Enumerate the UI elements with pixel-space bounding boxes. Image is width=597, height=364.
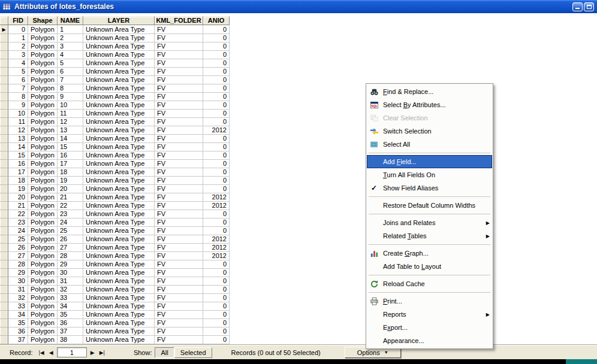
cell-kml-folder[interactable]: FV: [155, 202, 203, 210]
record-number-input[interactable]: [57, 347, 87, 357]
cell-kml-folder[interactable]: FV: [155, 327, 203, 336]
cell-fid[interactable]: 25: [8, 235, 28, 244]
cell-fid[interactable]: 36: [8, 327, 28, 336]
cell-shape[interactable]: Polygon: [28, 294, 58, 302]
cell-anio[interactable]: 0: [203, 25, 230, 34]
cell-anio[interactable]: 0: [203, 177, 230, 185]
cell-name[interactable]: 37: [58, 327, 83, 336]
cell-layer[interactable]: Unknown Area Type: [83, 277, 155, 286]
cell-name[interactable]: 4: [58, 51, 83, 59]
cell-kml-folder[interactable]: FV: [155, 143, 203, 151]
menu-item-print[interactable]: Print...: [367, 295, 492, 308]
menu-item-related-tables[interactable]: Related Tables▶: [367, 229, 492, 242]
cell-layer[interactable]: Unknown Area Type: [83, 294, 155, 302]
cell-kml-folder[interactable]: FV: [155, 43, 203, 51]
cell-kml-folder[interactable]: FV: [155, 151, 203, 160]
cell-layer[interactable]: Unknown Area Type: [83, 177, 155, 185]
next-record-button[interactable]: ▶: [88, 347, 97, 358]
cell-layer[interactable]: Unknown Area Type: [83, 227, 155, 235]
cell-name[interactable]: 32: [58, 286, 83, 294]
cell-name[interactable]: 6: [58, 68, 83, 76]
cell-fid[interactable]: 27: [8, 252, 28, 260]
row-selector[interactable]: [0, 219, 8, 227]
cell-name[interactable]: 21: [58, 193, 83, 202]
cell-shape[interactable]: Polygon: [28, 76, 58, 84]
last-record-button[interactable]: ▶|: [97, 347, 107, 358]
row-selector[interactable]: [0, 311, 8, 319]
cell-kml-folder[interactable]: FV: [155, 118, 203, 126]
cell-anio[interactable]: 0: [203, 93, 230, 101]
cell-shape[interactable]: Polygon: [28, 143, 58, 151]
cell-shape[interactable]: Polygon: [28, 168, 58, 177]
menu-item-select-all[interactable]: Select All: [367, 138, 492, 151]
row-selector[interactable]: [0, 294, 8, 302]
cell-kml-folder[interactable]: FV: [155, 135, 203, 143]
row-selector[interactable]: [0, 244, 8, 252]
cell-kml-folder[interactable]: FV: [155, 168, 203, 177]
cell-name[interactable]: 10: [58, 101, 83, 110]
cell-name[interactable]: 27: [58, 244, 83, 252]
row-selector[interactable]: [0, 43, 8, 51]
row-selector[interactable]: [0, 185, 8, 193]
cell-anio[interactable]: 0: [203, 110, 230, 118]
row-selector[interactable]: [0, 302, 8, 311]
row-selector[interactable]: [0, 118, 8, 126]
menu-item-joins-and-relates[interactable]: Joins and Relates▶: [367, 216, 492, 229]
cell-name[interactable]: 20: [58, 185, 83, 193]
column-header-shape[interactable]: Shape: [28, 16, 58, 25]
cell-shape[interactable]: Polygon: [28, 252, 58, 260]
cell-anio[interactable]: 0: [203, 260, 230, 269]
cell-layer[interactable]: Unknown Area Type: [83, 286, 155, 294]
cell-layer[interactable]: Unknown Area Type: [83, 252, 155, 260]
cell-kml-folder[interactable]: FV: [155, 277, 203, 286]
cell-fid[interactable]: 14: [8, 143, 28, 151]
cell-name[interactable]: 2: [58, 34, 83, 43]
cell-anio[interactable]: 2012: [203, 126, 230, 135]
row-selector[interactable]: [0, 160, 8, 168]
cell-kml-folder[interactable]: FV: [155, 185, 203, 193]
cell-layer[interactable]: Unknown Area Type: [83, 93, 155, 101]
row-selector[interactable]: [0, 202, 8, 210]
cell-name[interactable]: 17: [58, 160, 83, 168]
cell-kml-folder[interactable]: FV: [155, 311, 203, 319]
cell-layer[interactable]: Unknown Area Type: [83, 302, 155, 311]
cell-fid[interactable]: 12: [8, 126, 28, 135]
cell-layer[interactable]: Unknown Area Type: [83, 76, 155, 84]
cell-anio[interactable]: 0: [203, 185, 230, 193]
menu-item-reload-cache[interactable]: Reload Cache: [367, 277, 492, 290]
cell-shape[interactable]: Polygon: [28, 193, 58, 202]
cell-anio[interactable]: 2012: [203, 244, 230, 252]
cell-anio[interactable]: 0: [203, 327, 230, 336]
cell-layer[interactable]: Unknown Area Type: [83, 68, 155, 76]
cell-fid[interactable]: 9: [8, 101, 28, 110]
cell-kml-folder[interactable]: FV: [155, 110, 203, 118]
row-selector[interactable]: [0, 227, 8, 235]
cell-name[interactable]: 26: [58, 235, 83, 244]
cell-fid[interactable]: 32: [8, 294, 28, 302]
cell-layer[interactable]: Unknown Area Type: [83, 84, 155, 93]
cell-name[interactable]: 28: [58, 252, 83, 260]
row-selector[interactable]: [0, 193, 8, 202]
cell-shape[interactable]: Polygon: [28, 336, 58, 344]
cell-kml-folder[interactable]: FV: [155, 302, 203, 311]
cell-anio[interactable]: 2012: [203, 202, 230, 210]
cell-shape[interactable]: Polygon: [28, 84, 58, 93]
menu-item-turn-all-fields-on[interactable]: Turn All Fields On: [367, 168, 492, 181]
cell-kml-folder[interactable]: FV: [155, 51, 203, 59]
menu-item-add-table-to-layout[interactable]: Add Table to Layout: [367, 260, 492, 273]
cell-shape[interactable]: Polygon: [28, 327, 58, 336]
cell-shape[interactable]: Polygon: [28, 93, 58, 101]
cell-name[interactable]: 18: [58, 168, 83, 177]
cell-fid[interactable]: 15: [8, 151, 28, 160]
row-selector[interactable]: [0, 110, 8, 118]
cell-shape[interactable]: Polygon: [28, 59, 58, 68]
cell-anio[interactable]: 0: [203, 34, 230, 43]
cell-shape[interactable]: Polygon: [28, 244, 58, 252]
cell-shape[interactable]: Polygon: [28, 210, 58, 219]
cell-name[interactable]: 25: [58, 227, 83, 235]
cell-layer[interactable]: Unknown Area Type: [83, 126, 155, 135]
cell-name[interactable]: 34: [58, 302, 83, 311]
cell-name[interactable]: 16: [58, 151, 83, 160]
cell-anio[interactable]: 0: [203, 151, 230, 160]
cell-anio[interactable]: 0: [203, 76, 230, 84]
